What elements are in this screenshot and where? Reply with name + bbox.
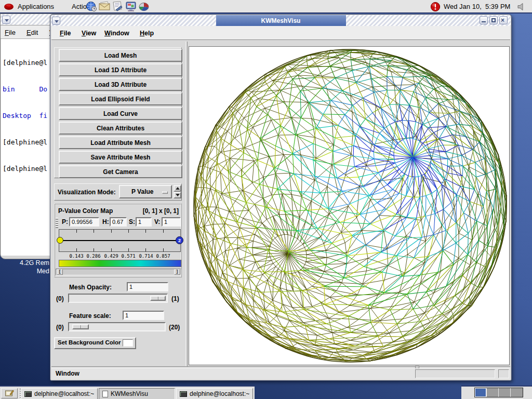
taskbar-terminal-2[interactable]: delphine@localhost:~ [176,388,253,399]
optionmenu-indicator-icon [162,191,168,194]
feature-scale-field[interactable]: 1 [123,311,164,320]
s-value-field[interactable]: 1 [136,217,152,227]
window-title: KWMeshVisu [261,17,301,24]
colormap-node-start[interactable] [57,237,63,244]
colormap-node-end[interactable]: 2 [176,236,183,244]
kw-menu-help[interactable]: Help [140,30,154,37]
progress-gauge [415,369,495,378]
volume-icon[interactable] [517,3,526,11]
kwmeshvisu-titlebar[interactable]: KWMeshVisu [51,15,511,26]
mesh-opacity-slider-thumb[interactable] [150,296,166,301]
chevron-down-icon [55,20,59,23]
close-icon: × [501,17,504,24]
display-launcher-icon[interactable] [125,1,137,12]
mesh-opacity-field[interactable]: 1 [127,282,168,291]
opacity-max-label: (1) [171,295,179,302]
visualization-mode-label: Visualization Mode: [58,189,116,196]
workspace-switcher [474,388,523,397]
spinner-down-button[interactable] [174,192,181,198]
clean-attributes-button[interactable]: Clean Attributes [59,122,182,135]
load-buttons-frame: Load Mesh Load 1D Attribute Load 3D Attr… [54,47,182,178]
email-launcher-icon[interactable] [99,1,110,12]
p-value-field[interactable]: 0.99556 [69,217,99,227]
range-slider-right-handle[interactable]: ] [174,269,180,275]
spinner-up-button[interactable] [174,185,181,192]
visualization-mode-frame: Visualization Mode: P Value [54,183,182,201]
transfer-function-line [60,240,179,241]
feature-max-label: (20) [169,324,180,331]
workspace-4[interactable] [511,388,523,397]
background-color-swatch [123,339,133,347]
desktop-icon-label-line1: 4.2G Rem [0,259,49,267]
mesh-sphere-canvas[interactable] [189,47,509,365]
terminal-icon [24,391,32,397]
taskbar-terminal-1[interactable]: delphine@localhost:~ [21,388,98,399]
cmap-tick: 0.143 [68,254,85,259]
v-value-field[interactable]: 1 [162,217,181,227]
taskbar-kwmeshvisu[interactable]: KWMeshVisu [99,388,175,399]
kw-menu-file[interactable]: File [60,30,71,37]
applications-menu[interactable]: Applications [18,3,54,10]
gnome-top-panel: Applications Actions Wed Jan 10, 5:39 PM [0,0,532,14]
cmap-tick: 0.857 [154,254,172,259]
load-ellipsoid-field-button[interactable]: Load Ellipsoid Field [59,92,182,105]
terminal-icon [180,391,187,397]
render-viewport[interactable] [189,46,510,365]
terminal-menu-edit[interactable]: Edit [26,29,38,36]
terminal-window-menu-button[interactable] [2,16,10,24]
removable-media-desktop-icon[interactable]: 4.2G Rem Med [0,259,49,275]
kw-menu-window[interactable]: Window [104,30,129,37]
close-button[interactable]: × [499,16,508,24]
load-3d-attribute-button[interactable]: Load 3D Attribute [59,78,182,91]
range-slider-left-handle[interactable]: [ [57,269,63,275]
arrow-down-icon [176,194,180,196]
feature-scale-label: Feature scale: [69,312,111,320]
workspace-1[interactable] [475,388,487,397]
minimize-button[interactable] [480,16,488,24]
pvalue-colormap-frame: P-Value Color Map [0, 1] x [0, 1] P: 0.9… [54,203,182,277]
cmap-tick: 0.714 [137,254,155,259]
writer-launcher-icon[interactable] [112,1,123,12]
kw-window-menu-button[interactable] [52,17,60,25]
show-desktop-button[interactable] [1,388,18,398]
clock[interactable]: Wed Jan 10, 5:39 PM [444,3,510,10]
mesh-opacity-label: Mesh Opacity: [69,284,112,291]
web-browser-launcher-icon[interactable] [86,1,97,12]
kw-menu-view[interactable]: View [82,30,96,37]
colormap-range-label: [0, 1] x [0, 1] [143,207,179,215]
load-1d-attribute-button[interactable]: Load 1D Attribute [59,63,182,76]
set-background-color-button[interactable]: Set Background Color [54,337,136,349]
desktop-icon-label-line2: Med [0,267,49,275]
kw-main-area: Load Mesh Load 1D Attribute Load 3D Attr… [51,41,510,367]
feature-scale-slider[interactable] [68,322,166,331]
p-label: P: [62,218,68,225]
kw-statusbar: Window [51,368,510,379]
load-mesh-button[interactable]: Load Mesh [59,49,182,62]
feature-scale-slider-thumb[interactable] [72,324,89,329]
status-text: Window [56,370,79,377]
maximize-button[interactable] [489,16,498,24]
minimize-icon [482,21,486,22]
h-value-field[interactable]: 0.67 [110,217,127,227]
colormap-grip-handle[interactable] [56,218,58,228]
terminal-menu-file[interactable]: File [5,29,16,36]
charts-launcher-icon[interactable] [138,1,150,12]
workspace-2[interactable] [487,388,499,397]
arrow-up-icon [176,187,180,190]
load-attribute-mesh-button[interactable]: Load Attribute Mesh [59,136,182,149]
visualization-mode-dropdown[interactable]: P Value [119,185,172,198]
taskbar-left-panel: delphine@localhost:~ KWMeshVisu delphine… [0,385,255,399]
redhat-icon [3,2,15,11]
load-curve-button[interactable]: Load Curve [59,107,182,120]
alert-notification-icon[interactable] [430,2,441,12]
colormap-range-slider[interactable]: [ ] [56,269,181,275]
colormap-function-editor[interactable]: 2 [59,229,181,252]
kw-menubar: File View Window Help [51,26,510,41]
save-attribute-mesh-button[interactable]: Save Attribute Mesh [59,151,182,164]
workspace-3[interactable] [499,388,511,397]
visualization-mode-value: P Value [131,188,153,195]
mesh-opacity-slider[interactable] [68,294,168,303]
get-camera-button[interactable]: Get Camera [59,165,182,178]
colormap-gradient-bar [59,260,181,267]
panel-viewport-sash[interactable] [185,42,188,366]
